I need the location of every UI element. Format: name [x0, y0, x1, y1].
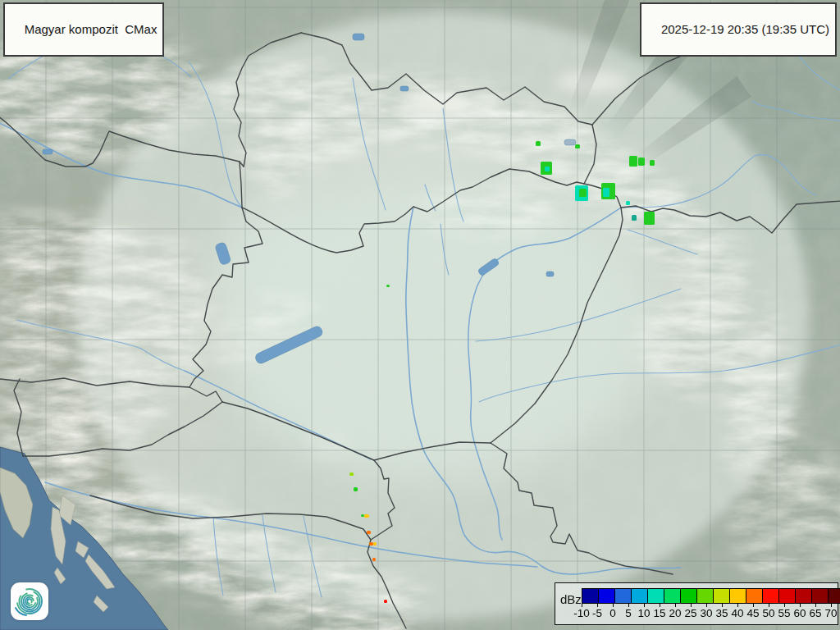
dbz-tick-label: 10: [637, 607, 650, 619]
dbz-color-cell: [729, 588, 746, 604]
radar-echo: [349, 472, 354, 476]
dbz-tick-label: 60: [793, 607, 806, 619]
dbz-color-cell: [631, 588, 648, 604]
radar-composite-screen: Magyar kompozit CMax 2025-12-19 20:35 (1…: [0, 0, 840, 630]
dbz-unit-label: dBz: [560, 592, 582, 606]
radar-echo: [364, 514, 369, 518]
radar-echo: [367, 531, 371, 534]
dbz-color-cell: [696, 588, 714, 604]
dbz-tick-label: 45: [746, 607, 759, 619]
radar-echo: [632, 215, 637, 221]
dbz-tick-label: -10: [573, 607, 590, 619]
dbz-tick-label: 20: [669, 607, 681, 619]
dbz-tick-label: 15: [653, 607, 665, 619]
dbz-tick-label: 65: [809, 607, 821, 619]
radar-echo: [545, 167, 550, 171]
timestamp-label: 2025-12-19 20:35 (19:35 UTC): [661, 22, 829, 36]
dbz-color-cell: [582, 588, 599, 604]
timestamp-box: 2025-12-19 20:35 (19:35 UTC): [640, 2, 837, 57]
dbz-tick-label: 0: [609, 607, 616, 619]
dbz-color-cell: [795, 588, 812, 604]
dbz-color-cell: [762, 588, 779, 604]
dbz-color-cell: [811, 588, 829, 604]
radar-echo: [386, 285, 390, 287]
radar-echo: [638, 158, 645, 166]
dbz-scale-ticks: -10-50510152025303540455055606570: [582, 604, 833, 622]
radar-echo: [354, 487, 358, 491]
dbz-tick-label: 30: [700, 607, 712, 619]
dbz-color-cell: [713, 588, 730, 604]
radar-echo: [536, 141, 541, 146]
dbz-color-cell: [647, 588, 664, 604]
dbz-color-cell: [598, 588, 615, 604]
dbz-tick-label: 55: [778, 607, 790, 619]
dbz-tick-label: 5: [625, 607, 632, 619]
radar-echo: [579, 189, 587, 197]
dbz-color-cell: [680, 588, 697, 604]
radar-echo: [384, 600, 387, 603]
radar-echo: [650, 160, 655, 166]
dbz-tick-label: 50: [762, 607, 774, 619]
dbz-color-cell: [828, 588, 840, 604]
radar-echo: [361, 514, 364, 517]
dbz-tick-label: 35: [715, 607, 728, 619]
dbz-color-cell: [778, 588, 796, 604]
dbz-tick-label: 25: [684, 607, 696, 619]
radar-echo: [369, 542, 373, 546]
dbz-color-cell: [664, 588, 681, 604]
radar-echo: [629, 156, 637, 167]
radar-coverage-area: [76, 12, 810, 619]
dbz-color-cell: [746, 588, 763, 604]
dbz-tick-label: 70: [824, 607, 837, 619]
dbz-tick-label: 40: [731, 607, 743, 619]
product-label-box: Magyar kompozit CMax: [3, 2, 164, 57]
radar-echo: [626, 201, 630, 205]
radar-map-image: [0, 0, 840, 630]
hungaromet-swirl-logo: [11, 582, 48, 620]
radar-echo: [603, 188, 609, 197]
swirl-icon: [11, 582, 48, 620]
radar-echo: [644, 212, 655, 225]
product-label: Magyar kompozit CMax: [25, 22, 158, 36]
dbz-color-scale: [582, 588, 840, 604]
radar-echo: [373, 542, 377, 546]
dbz-tick-label: -5: [592, 607, 602, 619]
dbz-color-cell: [614, 588, 632, 604]
radar-echo: [575, 144, 580, 148]
dbz-legend-panel: dBz -10-50510152025303540455055606570: [555, 582, 838, 625]
radar-echo: [372, 558, 376, 561]
